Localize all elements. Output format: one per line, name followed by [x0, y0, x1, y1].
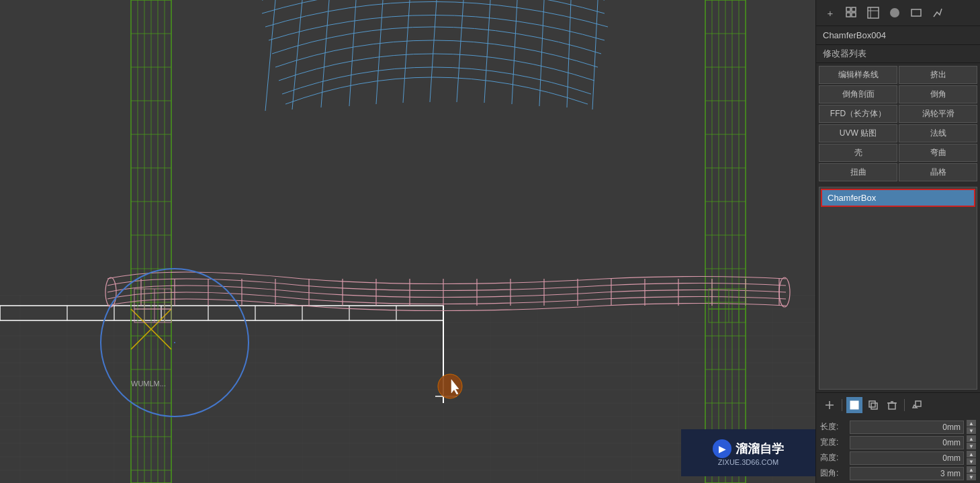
- svg-rect-142: [846, 7, 850, 11]
- watermark-title: 溜溜自学: [736, 441, 784, 457]
- param-row-width: 宽度: 0mm ▲ ▼: [820, 435, 976, 449]
- modifier-btn-normal[interactable]: 法线: [899, 124, 977, 142]
- watermark: ▶ 溜溜自学 ZIXUE.3D66.COM: [681, 429, 815, 476]
- modifier-btn-ffd-box[interactable]: FFD（长方体）: [819, 105, 897, 123]
- svg-rect-156: [889, 403, 895, 409]
- sphere-icon[interactable]: [886, 4, 903, 21]
- spin-down-length[interactable]: ▼: [967, 427, 976, 434]
- modifier-btn-edit-spline[interactable]: 编辑样条线: [819, 66, 897, 84]
- modifier-btn-uvw-map[interactable]: UVW 贴图: [819, 124, 897, 142]
- param-row-fillet: 圆角: 3 mm ▲ ▼: [820, 466, 976, 480]
- spin-up-height[interactable]: ▲: [967, 451, 976, 457]
- modifier-btn-crystal[interactable]: 晶格: [899, 163, 977, 181]
- param-input-length[interactable]: 0mm: [850, 421, 964, 434]
- modifier-list-label: 修改器列表: [816, 45, 980, 63]
- modifier-grid: 编辑样条线挤出倒角剖面倒角FFD（长方体）涡轮平滑UVW 贴图法线壳弯曲扭曲晶格: [816, 63, 980, 184]
- svg-rect-155: [871, 403, 877, 409]
- svg-rect-154: [869, 401, 875, 407]
- spin-up-length[interactable]: ▲: [967, 420, 976, 427]
- svg-rect-146: [868, 7, 879, 18]
- param-row-height: 高度: 0mm ▲ ▼: [820, 451, 976, 465]
- watermark-subtitle: ZIXUE.3D66.COM: [718, 458, 778, 466]
- svg-rect-153: [850, 401, 858, 409]
- param-label-length: 长度:: [820, 421, 847, 433]
- divider1: [842, 399, 842, 411]
- edit-stack-icon[interactable]: [909, 397, 925, 413]
- modifier-btn-bevel-profile[interactable]: 倒角剖面: [819, 85, 897, 103]
- svg-text:WUMLM...: WUMLM...: [131, 380, 166, 388]
- modifier-btn-bend[interactable]: 弯曲: [899, 144, 977, 162]
- watermark-top: ▶ 溜溜自学: [713, 439, 784, 458]
- modifier-list-icon[interactable]: [843, 4, 860, 21]
- spin-up-fillet[interactable]: ▲: [967, 466, 976, 473]
- param-rows: 长度: 0mm ▲ ▼ 宽度: 0mm ▲ ▼ 高度: 0mm ▲: [816, 417, 980, 483]
- object-name: ChamferBox004: [816, 26, 980, 45]
- stack-item-label: ChamferBox: [828, 193, 876, 203]
- modifier-btn-extrude[interactable]: 挤出: [899, 66, 977, 84]
- param-spinner-height[interactable]: ▲ ▼: [967, 451, 976, 465]
- param-label-height: 高度:: [820, 452, 847, 464]
- svg-rect-145: [852, 13, 856, 17]
- svg-point-149: [890, 8, 899, 17]
- param-input-height[interactable]: 0mm: [850, 451, 964, 465]
- modifier-stack[interactable]: ChamferBox: [819, 187, 977, 390]
- delete-stack-icon[interactable]: [884, 397, 900, 413]
- param-spinner-width[interactable]: ▲ ▼: [967, 435, 976, 449]
- spin-down-fillet[interactable]: ▼: [967, 474, 976, 480]
- modifier-btn-shell[interactable]: 壳: [819, 144, 897, 162]
- param-label-fillet: 圆角:: [820, 468, 847, 479]
- param-input-fillet[interactable]: 3 mm: [850, 467, 964, 480]
- utility-icon[interactable]: [929, 4, 946, 21]
- pin-stack-icon[interactable]: [821, 397, 838, 413]
- modifier-active-icon[interactable]: [846, 397, 862, 413]
- rect-icon[interactable]: [907, 4, 925, 21]
- add-icon[interactable]: +: [821, 4, 839, 21]
- param-label-width: 宽度:: [820, 437, 847, 448]
- stack-item-chamferbox[interactable]: ChamferBox: [821, 189, 975, 207]
- modifier-btn-bevel[interactable]: 倒角: [899, 85, 977, 103]
- param-spinner-length[interactable]: ▲ ▼: [967, 420, 976, 434]
- svg-rect-0: [0, 0, 815, 483]
- modifier-btn-turbosmooth[interactable]: 涡轮平滑: [899, 105, 977, 123]
- right-panel: +: [815, 0, 980, 483]
- spin-up-width[interactable]: ▲: [967, 435, 976, 442]
- viewport[interactable]: WUMLM... ▶ 溜溜自学 ZIXUE.3D66.COM: [0, 0, 815, 483]
- spin-down-width[interactable]: ▼: [967, 443, 976, 449]
- copy-stack-icon[interactable]: [865, 397, 881, 413]
- param-input-width[interactable]: 0mm: [850, 436, 964, 449]
- svg-rect-150: [911, 9, 921, 16]
- svg-rect-159: [916, 401, 921, 406]
- spin-down-height[interactable]: ▼: [967, 458, 976, 465]
- divider2: [904, 399, 905, 411]
- stack-toolbar: [816, 392, 980, 417]
- param-spinner-fillet[interactable]: ▲ ▼: [967, 466, 976, 480]
- watermark-play-icon: ▶: [713, 439, 731, 458]
- scene-svg: WUMLM...: [0, 0, 815, 483]
- svg-rect-143: [852, 7, 856, 11]
- param-row-length: 长度: 0mm ▲ ▼: [820, 420, 976, 434]
- panel-toolbar: +: [816, 0, 980, 26]
- modifier-btn-twist[interactable]: 扭曲: [819, 163, 897, 181]
- svg-point-119: [174, 342, 175, 343]
- hierarchy-icon[interactable]: [864, 4, 882, 21]
- main-layout: WUMLM... ▶ 溜溜自学 ZIXUE.3D66.COM +: [0, 0, 980, 483]
- svg-rect-144: [846, 13, 850, 17]
